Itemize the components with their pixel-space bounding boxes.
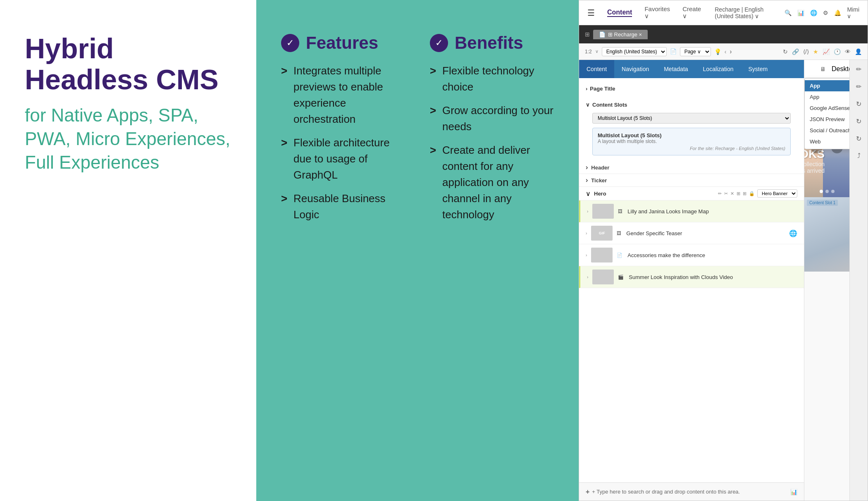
nav-tab-system[interactable]: System <box>741 60 775 78</box>
hero-collapse-icon[interactable]: ∨ <box>586 190 591 198</box>
collapse-icon[interactable]: ∨ <box>586 102 590 108</box>
item-expand-2[interactable]: › <box>586 231 587 236</box>
right-tool-refresh3[interactable]: ↻ <box>853 133 865 144</box>
globe-icon[interactable]: 🌐 <box>810 10 817 16</box>
nav-tab-navigation[interactable]: Navigation <box>614 60 656 78</box>
back-icon[interactable]: ‹ <box>725 48 727 55</box>
header-section: › Header <box>579 161 804 174</box>
hero-dot-3[interactable] <box>831 190 835 193</box>
article-image: Content Slot 1 <box>804 197 849 272</box>
hero-dot-1[interactable] <box>820 190 823 193</box>
right-tool-pencil[interactable]: ✏ <box>853 63 865 75</box>
external-link-icon[interactable]: 🔗 <box>792 48 799 55</box>
chart-icon[interactable]: 📈 <box>823 48 830 55</box>
benefit-item-2: Grow according to your needs <box>430 103 554 135</box>
cms-items-list: › 🖼 Lilly and Janina Looks Image Map › G… <box>579 200 804 288</box>
site-selector[interactable]: Recharge | English (United States) ∨ <box>715 6 779 19</box>
subtitle: for Native Apps, SPA, PWA, Micro Experie… <box>25 103 231 174</box>
eye-icon[interactable]: 👁 <box>845 48 851 55</box>
multislot-card: Multislot Layout (5 Slots) A layout with… <box>592 128 791 155</box>
nav-favorites[interactable]: Favorites ∨ <box>644 5 670 20</box>
item-thumb-1 <box>592 204 614 219</box>
dropdown-item-adsense[interactable]: Google AdSense <box>805 103 849 114</box>
hero-tool-move[interactable]: ⊞ <box>737 191 740 196</box>
item-name-1: Lilly and Janina Looks Image Map <box>627 208 797 215</box>
search-icon[interactable]: 🔍 <box>785 10 792 16</box>
hero-tool-cut[interactable]: ✂ <box>724 191 728 196</box>
globe-icon-2: 🌐 <box>789 229 797 237</box>
preview-dropdown: App ∨ App Google AdSense JSON Preview So… <box>804 78 849 149</box>
nav-tab-localization[interactable]: Localization <box>696 60 741 78</box>
hero-dot-2[interactable] <box>825 190 829 193</box>
feature-item-3: Reusable Business Logic <box>281 191 405 223</box>
nav-tab-content[interactable]: Content <box>579 60 614 78</box>
settings-icon[interactable]: ⚙ <box>823 10 828 16</box>
star-icon[interactable]: ★ <box>813 48 818 55</box>
ticker-expand-icon[interactable]: › <box>586 177 588 184</box>
bell-icon[interactable]: 🔔 <box>834 10 841 16</box>
right-tool-edit[interactable]: ✏ <box>853 81 865 92</box>
user-menu[interactable]: Mimi ∨ <box>847 6 859 19</box>
view-select[interactable]: Page ∨ <box>680 47 711 56</box>
item-thumb-2: GIF <box>591 226 613 241</box>
share-icon[interactable]: ⟨/⟩ <box>803 48 809 55</box>
cms-content-area: › Page Title ∨ Content Slots Multislot L… <box>579 78 804 482</box>
language-select[interactable]: English (United States) <box>602 47 667 56</box>
cms-left-panel: Content Navigation Metadata Localization… <box>579 60 804 501</box>
hero-tool-pencil[interactable]: ✏ <box>718 191 722 196</box>
toolbar-chevron[interactable]: ∨ <box>595 49 599 54</box>
nav-tab-metadata[interactable]: Metadata <box>656 60 695 78</box>
bottom-bar-text: + Type here to search or drag and drop c… <box>592 489 740 495</box>
benefits-list: Flexible technology choice Grow accordin… <box>430 63 554 223</box>
dropdown-item-app[interactable]: App <box>805 91 849 103</box>
multislot-card-desc: A layout with multiple slots. <box>598 138 785 144</box>
hero-section-header: ∨ Hero ✏ ✂ ✕ ⊞ ⊞ 🔒 Hero Banner <box>579 187 804 200</box>
preview-lower: Content Slot 1 10/20/2022 · Michelle Vil… <box>804 197 849 501</box>
hero-tool-x[interactable]: ✕ <box>730 191 734 196</box>
bulb-icon[interactable]: 💡 <box>714 48 721 55</box>
person-icon[interactable]: 👤 <box>855 48 862 55</box>
hero-lock-icon: 🔒 <box>749 191 755 196</box>
bar-chart-icon[interactable]: 📊 <box>797 10 804 16</box>
item-icon-1: 🖼 <box>618 209 622 214</box>
right-tool-refresh1[interactable]: ↻ <box>853 98 865 110</box>
version-label: 1:2 <box>585 49 592 55</box>
hero-label: Hero <box>594 191 606 197</box>
grid-icon: ⊞ <box>585 31 590 38</box>
dropdown-item-json[interactable]: JSON Preview <box>805 114 849 125</box>
multislot-card-site: For the site: Recharge - English (United… <box>598 146 785 151</box>
features-list: Integrates multiple previews to enable e… <box>281 63 405 223</box>
header-expand-icon[interactable]: › <box>586 164 588 171</box>
multislot-select[interactable]: Multislot Layout (5 Slots) <box>592 113 791 124</box>
item-expand-4[interactable]: › <box>587 275 588 279</box>
hamburger-icon[interactable]: ☰ <box>587 8 595 18</box>
forward-icon[interactable]: › <box>730 48 732 55</box>
cms-item-1: › 🖼 Lilly and Janina Looks Image Map <box>579 200 804 222</box>
item-expand-1[interactable]: › <box>587 209 588 214</box>
hero-layout-select[interactable]: Hero Banner <box>757 189 797 198</box>
features-check-icon: ✓ <box>281 34 299 52</box>
dropdown-item-web[interactable]: Web <box>805 136 849 147</box>
item-name-3: Accessories make the difference <box>627 252 797 258</box>
center-panel: ✓ Features Integrates multiple previews … <box>256 0 579 501</box>
features-block: ✓ Features Integrates multiple previews … <box>281 33 405 230</box>
clock-icon[interactable]: 🕐 <box>834 48 841 55</box>
refresh-icon[interactable]: ↻ <box>783 48 788 55</box>
main-title: Hybrid Headless CMS <box>25 33 231 95</box>
right-tool-refresh2[interactable]: ↻ <box>853 115 865 127</box>
dropdown-item-social[interactable]: Social / Outreach <box>805 125 849 136</box>
ticker-section: › Ticker <box>579 174 804 187</box>
expand-icon[interactable]: › <box>586 86 587 92</box>
cms-tab-recharge[interactable]: 📄 ⊞ Recharge × <box>593 30 648 39</box>
right-tool-share[interactable]: ⤴ <box>853 150 865 162</box>
item-icon-4: 🎬 <box>618 274 624 280</box>
feature-item-2: Flexible architecture due to usage of Gr… <box>281 135 405 183</box>
benefits-title: Benefits <box>455 33 523 53</box>
add-icon[interactable]: + <box>586 488 589 496</box>
cms-item-2: › GIF 🖼 Gender Specific Teaser 🌐 <box>579 222 804 244</box>
nav-create[interactable]: Create ∨ <box>682 5 702 20</box>
nav-content[interactable]: Content <box>607 9 632 17</box>
hero-tool-more[interactable]: ⊞ <box>743 191 746 196</box>
cms-tabs: ⊞ 📄 ⊞ Recharge × <box>579 25 868 43</box>
item-expand-3[interactable]: › <box>586 253 587 258</box>
